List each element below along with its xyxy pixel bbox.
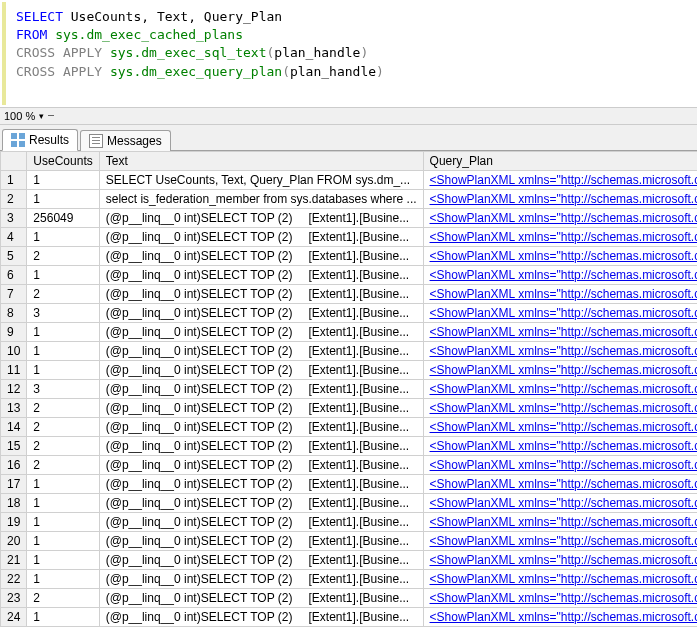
row-number[interactable]: 4 (1, 227, 27, 246)
cell-queryplan[interactable]: <ShowPlanXML xmlns="http://schemas.micro… (423, 170, 697, 189)
showplan-link[interactable]: <ShowPlanXML xmlns="http://schemas.micro… (430, 325, 697, 339)
cell-text[interactable]: SELECT UseCounts, Text, Query_Plan FROM … (99, 170, 423, 189)
table-row[interactable]: 52(@p__linq__0 int)SELECT TOP (2)[Extent… (1, 246, 698, 265)
cell-queryplan[interactable]: <ShowPlanXML xmlns="http://schemas.micro… (423, 227, 697, 246)
table-row[interactable]: 181(@p__linq__0 int)SELECT TOP (2)[Exten… (1, 493, 698, 512)
cell-text[interactable]: (@p__linq__0 int)SELECT TOP (2)[Extent1]… (99, 341, 423, 360)
cell-queryplan[interactable]: <ShowPlanXML xmlns="http://schemas.micro… (423, 493, 697, 512)
cell-text[interactable]: (@p__linq__0 int)SELECT TOP (2)[Extent1]… (99, 322, 423, 341)
cell-usecounts[interactable]: 1 (27, 474, 99, 493)
cell-queryplan[interactable]: <ShowPlanXML xmlns="http://schemas.micro… (423, 284, 697, 303)
showplan-link[interactable]: <ShowPlanXML xmlns="http://schemas.micro… (430, 192, 697, 206)
table-row[interactable]: 201(@p__linq__0 int)SELECT TOP (2)[Exten… (1, 531, 698, 550)
cell-text[interactable]: (@p__linq__0 int)SELECT TOP (2)[Extent1]… (99, 512, 423, 531)
row-number[interactable]: 23 (1, 588, 27, 607)
cell-text[interactable]: (@p__linq__0 int)SELECT TOP (2)[Extent1]… (99, 417, 423, 436)
row-number[interactable]: 14 (1, 417, 27, 436)
cell-usecounts[interactable]: 1 (27, 322, 99, 341)
showplan-link[interactable]: <ShowPlanXML xmlns="http://schemas.micro… (430, 477, 697, 491)
cell-usecounts[interactable]: 1 (27, 607, 99, 626)
row-number[interactable]: 18 (1, 493, 27, 512)
cell-queryplan[interactable]: <ShowPlanXML xmlns="http://schemas.micro… (423, 455, 697, 474)
row-number[interactable]: 20 (1, 531, 27, 550)
tab-messages[interactable]: Messages (80, 130, 171, 151)
row-number[interactable]: 9 (1, 322, 27, 341)
cell-queryplan[interactable]: <ShowPlanXML xmlns="http://schemas.micro… (423, 360, 697, 379)
table-row[interactable]: 83(@p__linq__0 int)SELECT TOP (2)[Extent… (1, 303, 698, 322)
header-queryplan[interactable]: Query_Plan (423, 151, 697, 170)
showplan-link[interactable]: <ShowPlanXML xmlns="http://schemas.micro… (430, 458, 697, 472)
cell-text[interactable]: (@p__linq__0 int)SELECT TOP (2)[Extent1]… (99, 379, 423, 398)
row-number[interactable]: 22 (1, 569, 27, 588)
showplan-link[interactable]: <ShowPlanXML xmlns="http://schemas.micro… (430, 401, 697, 415)
showplan-link[interactable]: <ShowPlanXML xmlns="http://schemas.micro… (430, 496, 697, 510)
tab-results[interactable]: Results (2, 129, 78, 151)
cell-text[interactable]: (@p__linq__0 int)SELECT TOP (2)[Extent1]… (99, 265, 423, 284)
showplan-link[interactable]: <ShowPlanXML xmlns="http://schemas.micro… (430, 382, 697, 396)
row-number[interactable]: 15 (1, 436, 27, 455)
cell-text[interactable]: (@p__linq__0 int)SELECT TOP (2)[Extent1]… (99, 398, 423, 417)
showplan-link[interactable]: <ShowPlanXML xmlns="http://schemas.micro… (430, 173, 697, 187)
showplan-link[interactable]: <ShowPlanXML xmlns="http://schemas.micro… (430, 230, 697, 244)
cell-queryplan[interactable]: <ShowPlanXML xmlns="http://schemas.micro… (423, 569, 697, 588)
table-row[interactable]: 162(@p__linq__0 int)SELECT TOP (2)[Exten… (1, 455, 698, 474)
table-row[interactable]: 111(@p__linq__0 int)SELECT TOP (2)[Exten… (1, 360, 698, 379)
cell-usecounts[interactable]: 1 (27, 493, 99, 512)
showplan-link[interactable]: <ShowPlanXML xmlns="http://schemas.micro… (430, 591, 697, 605)
table-row[interactable]: 123(@p__linq__0 int)SELECT TOP (2)[Exten… (1, 379, 698, 398)
cell-queryplan[interactable]: <ShowPlanXML xmlns="http://schemas.micro… (423, 246, 697, 265)
showplan-link[interactable]: <ShowPlanXML xmlns="http://schemas.micro… (430, 515, 697, 529)
row-number[interactable]: 19 (1, 512, 27, 531)
cell-text[interactable]: (@p__linq__0 int)SELECT TOP (2)[Extent1]… (99, 227, 423, 246)
cell-usecounts[interactable]: 1 (27, 341, 99, 360)
results-grid-wrap[interactable]: UseCounts Text Query_Plan 11SELECT UseCo… (0, 151, 697, 642)
row-number[interactable]: 2 (1, 189, 27, 208)
cell-usecounts[interactable]: 1 (27, 569, 99, 588)
cell-text[interactable]: (@p__linq__0 int)SELECT TOP (2)[Extent1]… (99, 246, 423, 265)
showplan-link[interactable]: <ShowPlanXML xmlns="http://schemas.micro… (430, 553, 697, 567)
cell-usecounts[interactable]: 2 (27, 417, 99, 436)
cell-queryplan[interactable]: <ShowPlanXML xmlns="http://schemas.micro… (423, 417, 697, 436)
table-row[interactable]: 21select is_federation_member from sys.d… (1, 189, 698, 208)
header-usecounts[interactable]: UseCounts (27, 151, 99, 170)
cell-queryplan[interactable]: <ShowPlanXML xmlns="http://schemas.micro… (423, 208, 697, 227)
showplan-link[interactable]: <ShowPlanXML xmlns="http://schemas.micro… (430, 534, 697, 548)
row-number[interactable]: 7 (1, 284, 27, 303)
table-row[interactable]: 191(@p__linq__0 int)SELECT TOP (2)[Exten… (1, 512, 698, 531)
cell-text[interactable]: (@p__linq__0 int)SELECT TOP (2)[Extent1]… (99, 436, 423, 455)
cell-text[interactable]: (@p__linq__0 int)SELECT TOP (2)[Extent1]… (99, 455, 423, 474)
cell-usecounts[interactable]: 2 (27, 455, 99, 474)
cell-queryplan[interactable]: <ShowPlanXML xmlns="http://schemas.micro… (423, 322, 697, 341)
cell-text[interactable]: select is_federation_member from sys.dat… (99, 189, 423, 208)
showplan-link[interactable]: <ShowPlanXML xmlns="http://schemas.micro… (430, 211, 697, 225)
row-number[interactable]: 10 (1, 341, 27, 360)
showplan-link[interactable]: <ShowPlanXML xmlns="http://schemas.micro… (430, 439, 697, 453)
cell-usecounts[interactable]: 2 (27, 436, 99, 455)
cell-text[interactable]: (@p__linq__0 int)SELECT TOP (2)[Extent1]… (99, 531, 423, 550)
cell-usecounts[interactable]: 3 (27, 379, 99, 398)
cell-queryplan[interactable]: <ShowPlanXML xmlns="http://schemas.micro… (423, 265, 697, 284)
cell-text[interactable]: (@p__linq__0 int)SELECT TOP (2)[Extent1]… (99, 474, 423, 493)
showplan-link[interactable]: <ShowPlanXML xmlns="http://schemas.micro… (430, 420, 697, 434)
table-row[interactable]: 132(@p__linq__0 int)SELECT TOP (2)[Exten… (1, 398, 698, 417)
row-number[interactable]: 24 (1, 607, 27, 626)
showplan-link[interactable]: <ShowPlanXML xmlns="http://schemas.micro… (430, 268, 697, 282)
cell-usecounts[interactable]: 2 (27, 398, 99, 417)
table-row[interactable]: 61(@p__linq__0 int)SELECT TOP (2)[Extent… (1, 265, 698, 284)
row-number[interactable]: 17 (1, 474, 27, 493)
cell-queryplan[interactable]: <ShowPlanXML xmlns="http://schemas.micro… (423, 607, 697, 626)
table-row[interactable]: 142(@p__linq__0 int)SELECT TOP (2)[Exten… (1, 417, 698, 436)
table-row[interactable]: 101(@p__linq__0 int)SELECT TOP (2)[Exten… (1, 341, 698, 360)
cell-usecounts[interactable]: 1 (27, 189, 99, 208)
cell-text[interactable]: (@p__linq__0 int)SELECT TOP (2)[Extent1]… (99, 550, 423, 569)
header-rownum[interactable] (1, 151, 27, 170)
cell-text[interactable]: (@p__linq__0 int)SELECT TOP (2)[Extent1]… (99, 284, 423, 303)
table-row[interactable]: 91(@p__linq__0 int)SELECT TOP (2)[Extent… (1, 322, 698, 341)
table-row[interactable]: 211(@p__linq__0 int)SELECT TOP (2)[Exten… (1, 550, 698, 569)
header-text[interactable]: Text (99, 151, 423, 170)
showplan-link[interactable]: <ShowPlanXML xmlns="http://schemas.micro… (430, 249, 697, 263)
cell-usecounts[interactable]: 1 (27, 531, 99, 550)
cell-queryplan[interactable]: <ShowPlanXML xmlns="http://schemas.micro… (423, 588, 697, 607)
cell-usecounts[interactable]: 2 (27, 246, 99, 265)
cell-usecounts[interactable]: 1 (27, 360, 99, 379)
